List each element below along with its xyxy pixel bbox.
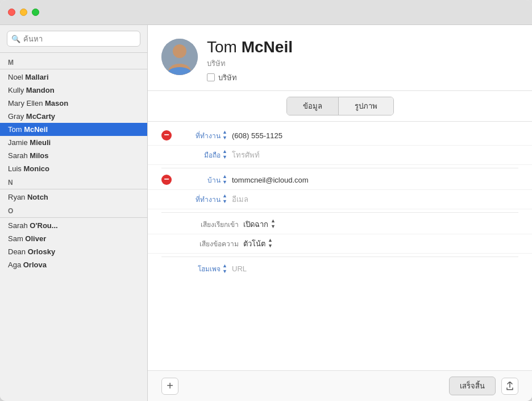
- field-label-email-work[interactable]: ที่ทำงาน ▲▼: [176, 193, 227, 205]
- field-row-phone-work: − ที่ทำงาน ▲▼ (608) 555-1125: [148, 126, 532, 146]
- svg-point-1: [173, 44, 186, 58]
- contact-item-gray-mccarty[interactable]: Gray McCarty: [0, 110, 147, 123]
- stepper-email-home[interactable]: ▲▼: [222, 174, 227, 185]
- search-bar: 🔍: [0, 25, 147, 53]
- field-label-message-tone: เสียงข้อความ: [176, 238, 239, 249]
- stepper-message-tone[interactable]: ▲▼: [268, 238, 273, 249]
- contact-item-luis-monico[interactable]: Luis Monico: [0, 162, 147, 175]
- field-value-email-home: tommcneil@icloud.com: [232, 176, 518, 184]
- contact-subtitle: บริษัท: [207, 57, 518, 69]
- contact-header: Tom McNeil บริษัท บริษัท: [148, 25, 532, 91]
- stepper-phone-mobile[interactable]: ▲▼: [222, 149, 227, 160]
- tab-group: ข้อมูล รูปภาพ: [286, 97, 394, 115]
- field-label-phone-work[interactable]: ที่ทำงาน ▲▼: [176, 130, 227, 141]
- field-label-email-home[interactable]: บ้าน ▲▼: [176, 174, 227, 185]
- stepper-phone-work[interactable]: ▲▼: [222, 130, 227, 141]
- contact-name: Tom McNeil: [207, 39, 518, 56]
- company-field-label: บริษัท: [218, 72, 237, 84]
- contact-item-aga-orlova[interactable]: Aga Orlova: [0, 258, 147, 271]
- share-icon: [505, 382, 514, 391]
- field-row-email-home: − บ้าน ▲▼ tommcneil@icloud.com: [148, 171, 532, 190]
- remove-phone-work-button[interactable]: −: [161, 130, 172, 140]
- field-value-ringtone[interactable]: เปิดฉาก ▲▼: [243, 218, 518, 230]
- field-label-phone-mobile[interactable]: มือถือ ▲▼: [176, 149, 227, 160]
- app-window: 🔍 M Noel Mallari Kully Mandon Mary Ellen…: [0, 0, 532, 401]
- contact-info: Tom McNeil บริษัท บริษัท: [207, 39, 518, 84]
- detail-panel: Tom McNeil บริษัท บริษัท ข้อมูล รูปภาพ: [148, 25, 532, 401]
- contacts-list: M Noel Mallari Kully Mandon Mary Ellen M…: [0, 53, 147, 401]
- contact-item-jamie-mieuli[interactable]: Jamie Mieuli: [0, 136, 147, 149]
- stepper-ringtone[interactable]: ▲▼: [271, 218, 276, 230]
- field-row-phone-mobile: มือถือ ▲▼ โทรศัพท์: [148, 146, 532, 165]
- field-label-url[interactable]: โฮมเพจ ▲▼: [176, 263, 227, 275]
- traffic-lights: [8, 9, 39, 16]
- contact-item-sam-oliver[interactable]: Sam Oliver: [0, 232, 147, 245]
- done-button[interactable]: เสร็จสิ้น: [449, 377, 496, 395]
- field-value-url[interactable]: URL: [232, 264, 518, 273]
- stepper-url[interactable]: ▲▼: [222, 263, 227, 275]
- share-button[interactable]: [501, 378, 518, 395]
- field-value-message-tone[interactable]: ตัวโน้ต ▲▼: [243, 238, 518, 250]
- section-header-m: M: [0, 55, 147, 68]
- field-row-url: โฮมเพจ ▲▼ URL: [148, 259, 532, 279]
- contact-item-ryan-notch[interactable]: Ryan Notch: [0, 191, 147, 204]
- search-input[interactable]: [7, 31, 140, 47]
- contact-item-noel-mallari[interactable]: Noel Mallari: [0, 71, 147, 84]
- section-header-o: O: [0, 204, 147, 216]
- company-row: บริษัท: [207, 72, 518, 84]
- field-label-ringtone: เสียงเรียกเข้า: [176, 219, 239, 230]
- field-value-phone-work: (608) 555-1125: [232, 131, 518, 140]
- tabs-row: ข้อมูล รูปภาพ: [148, 91, 532, 122]
- contact-item-sarah-orou[interactable]: Sarah O'Rou...: [0, 219, 147, 232]
- field-row-ringtone: เสียงเรียกเข้า เปิดฉาก ▲▼: [148, 215, 532, 234]
- bottom-bar: + เสร็จสิ้น: [148, 370, 532, 401]
- contact-item-mary-ellen-mason[interactable]: Mary Ellen Mason: [0, 97, 147, 110]
- search-icon: 🔍: [11, 35, 20, 43]
- title-bar: [0, 0, 532, 25]
- fields-area: − ที่ทำงาน ▲▼ (608) 555-1125 มือถือ ▲▼ โ…: [148, 122, 532, 370]
- tab-photo[interactable]: รูปภาพ: [339, 97, 393, 115]
- field-row-message-tone: เสียงข้อความ ตัวโน้ต ▲▼: [148, 234, 532, 254]
- contact-item-kully-mandon[interactable]: Kully Mandon: [0, 84, 147, 97]
- field-value-phone-mobile[interactable]: โทรศัพท์: [232, 149, 518, 161]
- remove-email-home-button[interactable]: −: [161, 175, 172, 185]
- avatar: [161, 39, 198, 75]
- main-content: 🔍 M Noel Mallari Kully Mandon Mary Ellen…: [0, 25, 532, 401]
- field-row-email-work: ที่ทำงาน ▲▼ อีเมล: [148, 190, 532, 209]
- contact-item-dean-orlosky[interactable]: Dean Orlosky: [0, 245, 147, 258]
- sidebar: 🔍 M Noel Mallari Kully Mandon Mary Ellen…: [0, 25, 148, 401]
- section-header-n: N: [0, 175, 147, 188]
- maximize-button[interactable]: [32, 9, 39, 16]
- bottom-right-actions: เสร็จสิ้น: [449, 377, 518, 395]
- tab-info[interactable]: ข้อมูล: [287, 97, 339, 115]
- close-button[interactable]: [8, 9, 15, 16]
- field-value-email-work[interactable]: อีเมล: [232, 193, 518, 205]
- stepper-email-work[interactable]: ▲▼: [222, 193, 227, 205]
- add-field-button[interactable]: +: [161, 378, 178, 395]
- contact-item-tom-mcneil[interactable]: Tom McNeil: [0, 123, 147, 136]
- company-checkbox[interactable]: [207, 73, 215, 81]
- minimize-button[interactable]: [20, 9, 27, 16]
- contact-item-sarah-milos[interactable]: Sarah Milos: [0, 149, 147, 162]
